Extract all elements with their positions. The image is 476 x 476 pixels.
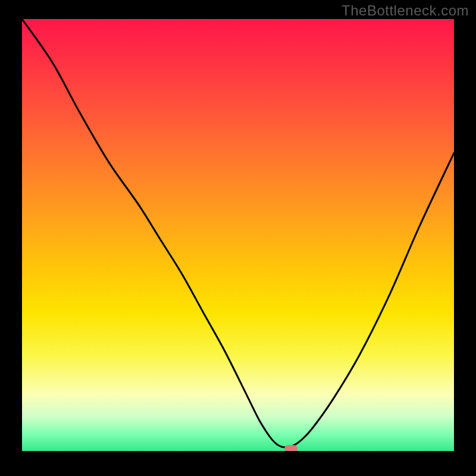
watermark-text: TheBottleneck.com — [342, 2, 469, 19]
bottleneck-curve — [22, 19, 454, 451]
plot-area — [22, 19, 454, 451]
minimum-marker — [284, 445, 298, 451]
chart-frame: TheBottleneck.com — [0, 0, 476, 476]
curve-path — [22, 19, 454, 447]
